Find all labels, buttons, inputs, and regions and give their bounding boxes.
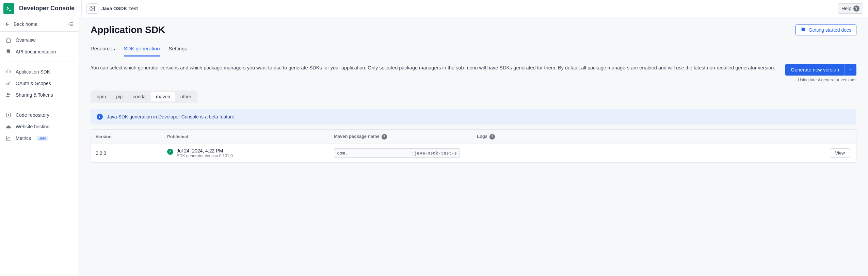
svg-point-1 (91, 7, 92, 8)
svg-point-3 (7, 93, 9, 95)
page-title: Application SDK (91, 25, 165, 35)
info-icon: i (97, 114, 103, 120)
sidebar-item-metrics[interactable]: Metrics Beta (0, 132, 79, 144)
users-icon (5, 92, 12, 98)
generate-dropdown-button[interactable] (845, 64, 856, 76)
help-icon[interactable]: ? (382, 134, 387, 140)
top-header: Developer Console Java OSDK Test Help ? (0, 0, 868, 17)
key-icon (5, 81, 12, 86)
pm-tab-pip[interactable]: pip (111, 92, 127, 101)
repo-icon (5, 112, 12, 118)
generate-new-version-button[interactable]: Generate new version (785, 64, 845, 76)
cloud-icon (5, 124, 12, 129)
th-logs-label: Logs (477, 134, 487, 139)
sidebar-item-label: Application SDK (16, 69, 50, 75)
pm-tab-other[interactable]: other (176, 92, 196, 101)
pm-tab-maven[interactable]: maven (151, 92, 175, 101)
caret-down-icon (849, 68, 852, 71)
arrow-left-icon (5, 21, 10, 27)
view-logs-button[interactable]: View (830, 148, 850, 158)
sidebar-item-label: API documentation (16, 49, 56, 54)
sidebar-item-oauth-scopes[interactable]: OAuth & Scopes (0, 78, 79, 89)
sidebar-item-label: Code repository (16, 112, 49, 118)
info-banner-text: Java SDK generation in Developer Console… (107, 114, 236, 119)
tab-sdk-generation[interactable]: SDK generation (124, 43, 160, 56)
dashboard-icon (5, 37, 12, 43)
table-row: 0.2.0 ✓ Jul 24, 2024, 4:22 PM SDK genera… (91, 144, 856, 162)
logo-block: Developer Console (0, 0, 82, 17)
app-logo-icon (3, 3, 14, 14)
project-block[interactable]: Java OSDK Test (82, 3, 143, 14)
chart-icon (5, 135, 12, 141)
versions-table: Version Published Maven package name? Lo… (91, 129, 856, 163)
image-icon (86, 3, 98, 14)
th-published: Published (162, 130, 329, 143)
sidebar-item-label: Overview (16, 37, 35, 43)
published-date: Jul 24, 2024, 4:22 PM (177, 148, 233, 153)
code-icon (5, 69, 12, 75)
getting-started-docs-button[interactable]: Getting started docs (795, 25, 856, 35)
back-home-link[interactable]: Back home (5, 21, 64, 27)
th-version: Version (91, 130, 162, 143)
sidebar-item-label: Sharing & Tokens (16, 92, 53, 98)
published-sub: SDK generator version 0.101.0 (177, 153, 233, 158)
svg-rect-5 (7, 113, 11, 117)
description-text: You can select which generator versions … (91, 64, 778, 71)
help-icon[interactable]: ? (489, 134, 495, 140)
docs-button-label: Getting started docs (809, 27, 851, 33)
svg-point-4 (9, 94, 10, 95)
check-circle-icon: ✓ (167, 149, 173, 155)
info-banner: i Java SDK generation in Developer Conso… (91, 109, 856, 125)
help-button[interactable]: Help ? (838, 3, 863, 14)
console-title: Developer Console (19, 5, 75, 12)
help-icon: ? (853, 5, 859, 12)
project-name: Java OSDK Test (101, 6, 138, 11)
pm-tab-npm[interactable]: npm (92, 92, 111, 101)
collapse-icon (68, 21, 74, 27)
book-icon (5, 49, 12, 54)
sidebar-item-code-repository[interactable]: Code repository (0, 109, 79, 121)
th-package: Maven package name? (329, 130, 472, 144)
sidebar-item-label: Website hosting (16, 124, 49, 129)
book-icon (801, 27, 806, 33)
pm-tab-conda[interactable]: conda (128, 92, 150, 101)
cell-version: 0.2.0 (91, 146, 162, 160)
sidebar-item-label: Metrics (16, 135, 31, 141)
sidebar-item-overview[interactable]: Overview (0, 34, 79, 46)
back-label: Back home (14, 21, 37, 27)
package-manager-tabs: npm pip conda maven other (91, 91, 197, 103)
sidebar-item-label: OAuth & Scopes (16, 81, 51, 86)
tab-resources[interactable]: Resources (91, 43, 115, 56)
tab-settings[interactable]: Settings (169, 43, 187, 56)
sidebar-item-application-sdk[interactable]: Application SDK (0, 66, 79, 78)
collapse-sidebar-button[interactable] (64, 21, 74, 27)
help-label: Help (841, 6, 851, 11)
main-content: Application SDK Getting started docs Res… (79, 17, 868, 276)
generate-subtext: Using latest generator versions (785, 78, 856, 82)
th-logs: Logs? (472, 130, 856, 144)
sidebar: Back home Overview API documentation App… (0, 17, 79, 276)
svg-point-6 (8, 115, 9, 116)
tabs: Resources SDK generation Settings (91, 43, 856, 56)
package-name-input[interactable] (334, 148, 460, 158)
beta-badge: Beta (36, 136, 48, 141)
sidebar-item-sharing-tokens[interactable]: Sharing & Tokens (0, 89, 79, 101)
sidebar-item-website-hosting[interactable]: Website hosting (0, 121, 79, 132)
sidebar-item-api-docs[interactable]: API documentation (0, 46, 79, 58)
th-package-label: Maven package name (334, 134, 380, 139)
